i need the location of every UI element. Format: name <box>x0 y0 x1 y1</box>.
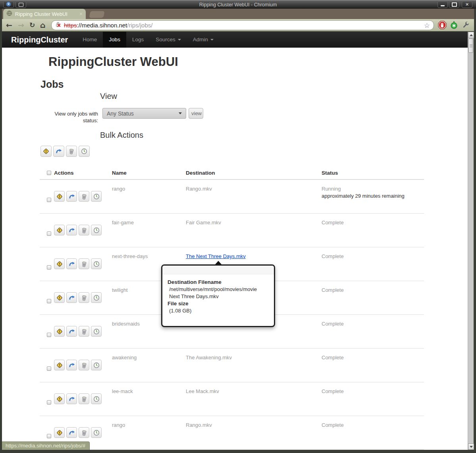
scroll-down-button[interactable] <box>468 443 474 450</box>
priority-button[interactable] <box>54 360 65 370</box>
back-button[interactable]: ← <box>6 21 12 29</box>
address-bar[interactable]: https://media.sihnon.net/rips/jobs/ ☆ <box>51 20 434 30</box>
job-name: fair-game <box>112 214 186 247</box>
flashblock-icon[interactable] <box>450 21 458 31</box>
home-button[interactable]: ⌂ <box>40 21 46 29</box>
row-checkbox[interactable] <box>47 231 51 236</box>
row-actions <box>54 326 102 337</box>
delete-button[interactable] <box>79 360 89 370</box>
priority-button[interactable] <box>54 393 65 404</box>
row-checkbox[interactable] <box>47 366 51 371</box>
row-checkbox[interactable] <box>47 198 51 202</box>
status-filter-value: Any Status <box>107 110 134 117</box>
tab-ripping-cluster[interactable]: Ripping Cluster WebUI × <box>3 9 86 19</box>
retry-button[interactable] <box>66 393 77 404</box>
clock-icon <box>93 396 100 402</box>
retry-button[interactable] <box>66 292 77 303</box>
scroll-up-button[interactable] <box>468 32 474 38</box>
priority-icon <box>56 261 63 267</box>
row-actions <box>54 292 102 303</box>
row-checkbox[interactable] <box>47 434 51 438</box>
job-status: Complete <box>322 355 424 360</box>
trash-icon <box>68 148 75 154</box>
nav-item-home[interactable]: Home <box>77 32 103 48</box>
delete-button[interactable] <box>79 427 89 438</box>
delete-button[interactable] <box>79 292 89 303</box>
priority-button[interactable] <box>54 225 65 235</box>
select-all-checkbox[interactable] <box>47 171 51 175</box>
schedule-button[interactable] <box>91 360 102 370</box>
scrollbar[interactable] <box>468 32 474 450</box>
schedule-button[interactable] <box>91 326 102 337</box>
insecure-lock-icon[interactable] <box>55 21 61 29</box>
delete-button[interactable] <box>79 326 89 337</box>
bulk-retry-button[interactable] <box>53 146 64 157</box>
priority-button[interactable] <box>54 326 65 337</box>
job-name: rango <box>112 416 186 449</box>
row-checkbox[interactable] <box>47 333 51 337</box>
status-filter-select[interactable]: Any Status <box>102 108 186 119</box>
retry-button[interactable] <box>66 225 77 235</box>
maximize-button[interactable] <box>449 1 459 8</box>
clock-icon <box>93 295 100 301</box>
popover-file-size: (1.08 GB) <box>168 307 269 314</box>
new-tab-button[interactable] <box>89 11 105 18</box>
bulk-delete-button[interactable] <box>66 146 77 157</box>
retry-button[interactable] <box>66 427 77 438</box>
destination-popover: Destination Filename /net/multiverse/mnt… <box>161 264 275 327</box>
delete-button[interactable] <box>79 225 89 235</box>
priority-button[interactable] <box>54 427 65 438</box>
job-destination-link[interactable]: The Next Three Days.mkv <box>186 253 246 259</box>
popover-title-band <box>162 266 274 274</box>
job-status: Complete <box>322 422 424 428</box>
bookmark-star-icon[interactable]: ☆ <box>424 21 430 29</box>
close-button[interactable]: ✕ <box>462 1 472 8</box>
nav-item-sources[interactable]: Sources <box>150 32 187 48</box>
retry-button[interactable] <box>66 191 77 202</box>
retry-button[interactable] <box>66 326 77 337</box>
row-checkbox[interactable] <box>47 400 51 405</box>
caret-down-icon <box>210 39 214 40</box>
schedule-button[interactable] <box>91 292 102 303</box>
delete-button[interactable] <box>79 258 89 269</box>
retry-button[interactable] <box>66 258 77 269</box>
bulk-schedule-button[interactable] <box>79 146 90 157</box>
status-bubble: https://media.sihnon.net/rips/jobs/# <box>2 441 90 450</box>
priority-button[interactable] <box>54 191 65 202</box>
job-status-detail: approximately 29 minutes remaining <box>322 193 424 199</box>
reload-button[interactable]: ↻ <box>29 21 35 29</box>
nav-item-admin[interactable]: Admin <box>187 32 220 48</box>
window-title: Ripping Cluster WebUI - Chromium <box>0 0 476 9</box>
schedule-button[interactable] <box>91 225 102 235</box>
clock-icon <box>93 362 100 368</box>
delete-button[interactable] <box>79 191 89 202</box>
popover-path-line2: Next Three Days.mkv <box>168 293 269 300</box>
retry-button[interactable] <box>66 360 77 370</box>
tab-strip: Ripping Cluster WebUI × <box>0 9 476 19</box>
minimize-button[interactable] <box>437 1 448 8</box>
tab-close-icon[interactable]: × <box>79 11 83 17</box>
schedule-button[interactable] <box>91 191 102 202</box>
priority-button[interactable] <box>54 258 65 269</box>
schedule-button[interactable] <box>91 258 102 269</box>
scrollbar-thumb[interactable] <box>468 39 473 53</box>
priority-icon <box>56 227 63 233</box>
wrench-menu-icon[interactable] <box>461 21 470 31</box>
schedule-button[interactable] <box>91 393 102 404</box>
schedule-button[interactable] <box>91 427 102 438</box>
arrow-down-icon <box>470 446 473 448</box>
brand[interactable]: RippingCluster <box>11 35 68 44</box>
view-button[interactable]: view <box>189 108 203 119</box>
priority-button[interactable] <box>54 292 65 303</box>
window-titlebar: Ripping Cluster WebUI - Chromium ✕ <box>0 0 476 9</box>
table-row: rango Rango.mkv Complete <box>40 416 424 450</box>
priority-icon <box>56 362 63 368</box>
adblock-stop-icon[interactable] <box>438 21 447 31</box>
forward-button[interactable]: → <box>18 21 24 29</box>
nav-item-jobs[interactable]: Jobs <box>103 32 126 48</box>
delete-button[interactable] <box>79 393 89 404</box>
nav-item-logs[interactable]: Logs <box>126 32 150 48</box>
row-checkbox[interactable] <box>47 265 51 270</box>
row-checkbox[interactable] <box>47 299 51 303</box>
bulk-priority-button[interactable] <box>40 146 52 157</box>
